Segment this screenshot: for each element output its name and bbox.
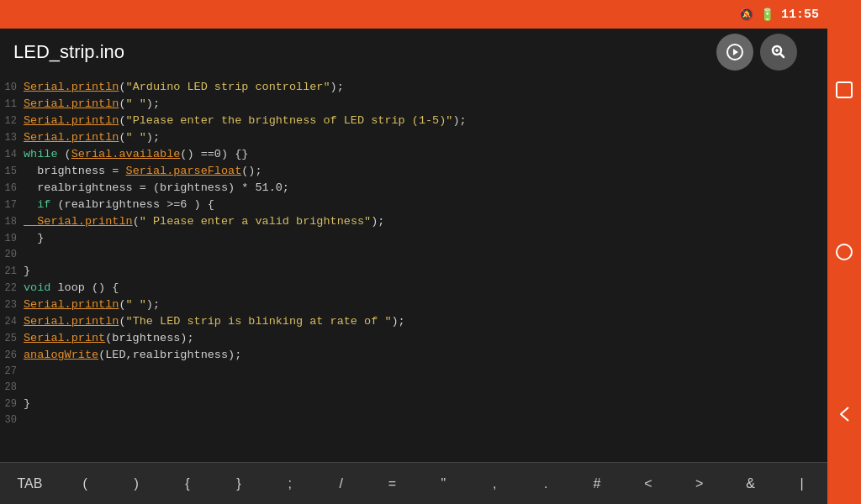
keyboard-key[interactable]: } [224,471,254,496]
status-time: 11:55 [781,8,819,22]
code-line: 30 [0,412,827,428]
line-code: Serial.println("Arduino LED strip contro… [24,79,827,95]
line-number: 29 [0,396,24,412]
code-line: 13Serial.println(" "); [0,129,827,146]
code-line: 25Serial.print(brightness); [0,330,827,347]
line-code: brightness = Serial.parseFloat(); [24,163,827,179]
code-line: 22void loop () { [0,280,827,297]
line-number: 26 [0,348,24,364]
code-editor: 10Serial.println("Arduino LED strip cont… [0,76,827,462]
circle-nav-icon[interactable] [832,239,857,265]
line-number: 30 [0,412,24,428]
code-line: 28 [0,380,827,396]
line-number: 15 [0,164,24,180]
battery-icon: 🔋 [760,8,774,22]
title-bar: LED_strip.ino [0,29,827,76]
line-number: 23 [0,297,24,313]
line-number: 16 [0,181,24,197]
line-number: 17 [0,197,24,213]
line-code: } [24,263,827,279]
svg-point-6 [837,244,852,260]
code-line: 16 realbrightness = (brightness) * 51.0; [0,180,827,197]
line-number: 13 [0,130,24,146]
line-number: 28 [0,380,24,396]
code-line: 23Serial.println(" "); [0,297,827,313]
keyboard-key[interactable]: { [172,471,203,496]
keyboard-key[interactable]: ( [70,471,100,496]
code-line: 21} [0,263,827,280]
code-line: 29} [0,396,827,412]
keyboard-key[interactable]: , [479,471,510,496]
code-line: 11Serial.println(" "); [0,96,827,113]
line-code: Serial.println(" "); [24,96,827,112]
keyboard-key[interactable]: . [531,471,561,496]
code-line: 26analogWrite(LED,realbrightness); [0,347,827,364]
code-line: 18 Serial.println(" Please enter a valid… [0,213,827,230]
line-number: 27 [0,364,24,380]
keyboard-key[interactable]: / [326,471,357,496]
line-number: 22 [0,281,24,297]
line-number: 14 [0,147,24,163]
keyboard-key[interactable]: < [633,471,663,496]
line-number: 12 [0,113,24,129]
square-nav-icon[interactable] [832,77,857,102]
line-number: 25 [0,331,24,347]
keyboard-toolbar: TAB(){};/=",.#<>&| [0,462,827,504]
svg-rect-5 [837,82,852,97]
keyboard-key[interactable]: = [378,471,408,496]
line-number: 18 [0,214,24,230]
line-number: 10 [0,80,24,96]
status-bar: 🔕 🔋 11:55 [0,0,827,29]
file-title: LED_strip.ino [13,41,710,63]
keyboard-key[interactable]: ; [275,471,305,496]
notification-icon: 🔕 [739,8,753,22]
line-code: analogWrite(LED,realbrightness); [24,347,827,363]
line-code: Serial.println("Please enter the brightn… [24,113,827,129]
line-code: Serial.println("The LED strip is blinkin… [24,313,827,329]
code-line: 12Serial.println("Please enter the brigh… [0,113,827,129]
search-button[interactable] [760,34,797,71]
line-code: Serial.print(brightness); [24,330,827,346]
line-code: } [24,396,827,412]
line-number: 21 [0,264,24,280]
line-code: if (realbrightness >=6 ) { [24,197,827,213]
line-code: void loop () { [24,280,827,296]
line-code: Serial.println(" "); [24,297,827,312]
line-number: 19 [0,231,24,247]
code-line: 15 brightness = Serial.parseFloat(); [0,163,827,180]
code-line: 14while (Serial.available() ==0) {} [0,146,827,163]
keyboard-key[interactable]: & [736,471,766,496]
line-number: 20 [0,247,24,263]
keyboard-key[interactable]: TAB [10,471,49,496]
line-number: 11 [0,97,24,113]
line-code: realbrightness = (brightness) * 51.0; [24,180,827,196]
keyboard-key[interactable]: " [428,471,458,496]
code-line: 20 [0,247,827,263]
line-code: Serial.println(" "); [24,129,827,145]
keyboard-key[interactable]: ) [121,471,151,496]
back-nav-icon[interactable] [832,402,857,427]
line-code: } [24,230,827,246]
line-code: while (Serial.available() ==0) {} [24,146,827,162]
line-number: 24 [0,314,24,330]
navigate-button[interactable] [716,34,753,71]
keyboard-key[interactable]: # [582,471,612,496]
code-line: 24Serial.println("The LED strip is blink… [0,313,827,330]
code-line: 19 } [0,230,827,247]
keyboard-key[interactable]: | [787,471,817,496]
android-nav-bar [827,0,861,504]
line-code: Serial.println(" Please enter a valid br… [24,213,827,229]
code-line: 27 [0,364,827,380]
code-line: 10Serial.println("Arduino LED strip cont… [0,79,827,96]
keyboard-key[interactable]: > [684,471,715,496]
code-line: 17 if (realbrightness >=6 ) { [0,197,827,213]
more-options-button[interactable] [800,45,814,59]
